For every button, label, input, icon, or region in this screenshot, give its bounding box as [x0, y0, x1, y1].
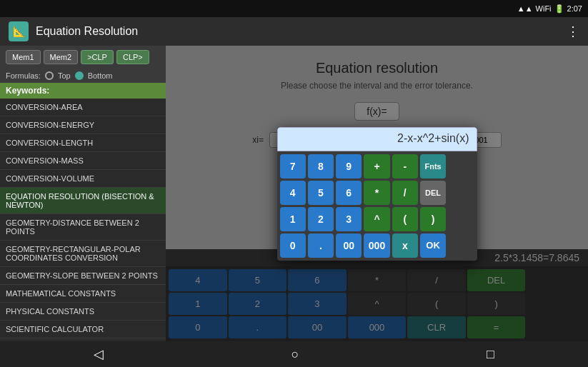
calc-buttons: 7 8 9 + - Fnts 4 5 6 * / DEL 1 [277, 151, 477, 261]
calc-btn-6[interactable]: 6 [336, 181, 362, 205]
calc-btn-9[interactable]: 9 [336, 154, 362, 179]
calc-btn-mul[interactable]: * [364, 181, 389, 205]
formulas-label: Formulas: [6, 71, 41, 80]
sidebar-item-equation[interactable]: EQUATION RESOLUTION (BISECTION & NEWTON) [0, 188, 166, 214]
radio-top[interactable] [45, 71, 54, 80]
calc-display[interactable]: 2-x-x^2+sin(x) [277, 127, 477, 151]
back-button[interactable]: ◁ [94, 346, 104, 362]
calc-btn-3[interactable]: 3 [336, 207, 362, 231]
calc-btn-ok[interactable]: OK [420, 233, 446, 258]
sidebar-item[interactable]: CONVERSION-AREA [0, 99, 166, 116]
calc-btn-5[interactable]: 5 [308, 181, 334, 205]
sidebar-item[interactable]: MATHEMATICAL CONSTANTS [0, 285, 166, 303]
calc-btn-dot[interactable]: . [308, 233, 334, 258]
sidebar-item[interactable]: GEOMETRY-DISTANCE BETWEEN 2 POINTS [0, 214, 166, 241]
menu-icon[interactable]: ⋮ [567, 24, 579, 39]
clp-button[interactable]: CLP> [116, 50, 149, 64]
calc-btn-plus[interactable]: + [364, 154, 389, 179]
calc-btn-000[interactable]: 000 [364, 233, 389, 258]
calc-btn-div[interactable]: / [392, 181, 418, 205]
content-area: Equation resolution Please choose the in… [166, 46, 588, 341]
radio-bottom[interactable] [75, 71, 84, 80]
sidebar-item[interactable]: GEOMETRY-RECTANGULAR-POLAR COORDINATES C… [0, 241, 166, 267]
home-button[interactable]: ○ [291, 347, 299, 362]
mem2-button[interactable]: Mem2 [44, 50, 79, 64]
calc-btn-x[interactable]: x [392, 233, 418, 258]
status-icons: ▲▲ WiFi 🔋 2:07 [517, 4, 582, 14]
recent-button[interactable]: □ [487, 347, 494, 362]
title-bar: 📐 Equation Resolution ⋮ [0, 17, 588, 46]
radio-top-label: Top [58, 71, 71, 80]
calc-btn-del[interactable]: DEL [420, 181, 446, 205]
app-title: Equation Resolution [36, 25, 567, 38]
calc-btn-1[interactable]: 1 [280, 207, 306, 231]
sidebar-item[interactable]: CONVERSION-VOLUME [0, 170, 166, 188]
toclp-button[interactable]: >CLP [81, 50, 114, 64]
main-layout: Mem1 Mem2 >CLP CLP> Formulas: Top Bottom… [0, 46, 588, 341]
app-icon: 📐 [9, 21, 29, 41]
calc-btn-minus[interactable]: - [392, 154, 418, 179]
status-bar: ▲▲ WiFi 🔋 2:07 [0, 0, 588, 17]
formula-row: Formulas: Top Bottom [0, 69, 166, 83]
modal-overlay: 2-x-x^2+sin(x) 7 8 9 + - Fnts 4 5 6 * / [166, 46, 588, 341]
calc-btn-lparen[interactable]: ( [392, 207, 418, 231]
clock: 2:07 [567, 4, 582, 13]
calc-btn-8[interactable]: 8 [308, 154, 334, 179]
keywords-header: Keywords: [0, 83, 166, 99]
sidebar-item[interactable]: CONVERSION-ENERGY [0, 116, 166, 134]
calc-btn-00[interactable]: 00 [336, 233, 362, 258]
signal-icon: ▲▲ [517, 4, 533, 13]
calc-btn-pow[interactable]: ^ [364, 207, 389, 231]
calculator-modal: 2-x-x^2+sin(x) 7 8 9 + - Fnts 4 5 6 * / [277, 127, 477, 261]
calc-btn-2[interactable]: 2 [308, 207, 334, 231]
wifi-icon: WiFi [536, 4, 552, 13]
bottom-nav: ◁ ○ □ [0, 341, 588, 367]
sidebar: Mem1 Mem2 >CLP CLP> Formulas: Top Bottom… [0, 46, 166, 341]
sidebar-toolbar: Mem1 Mem2 >CLP CLP> [0, 46, 166, 69]
calc-btn-7[interactable]: 7 [280, 154, 306, 179]
sidebar-item[interactable]: PHYSICAL CONSTANTS [0, 303, 166, 321]
radio-bottom-label: Bottom [88, 71, 113, 80]
sidebar-item[interactable]: CONVERSION-MASS [0, 152, 166, 170]
calc-btn-4[interactable]: 4 [280, 181, 306, 205]
sidebar-item[interactable]: CONVERSION-LENGTH [0, 134, 166, 152]
calc-btn-fnts[interactable]: Fnts [420, 154, 446, 179]
battery-icon: 🔋 [554, 4, 564, 14]
mem1-button[interactable]: Mem1 [6, 50, 41, 64]
calc-btn-0[interactable]: 0 [280, 233, 306, 258]
sidebar-item-scientific-calc[interactable]: SCIENTIFIC CALCULATOR [0, 321, 166, 338]
sidebar-item[interactable]: GEOMETRY-SLOPE BETWEEN 2 POINTS [0, 267, 166, 285]
calc-btn-rparen[interactable]: ) [420, 207, 446, 231]
